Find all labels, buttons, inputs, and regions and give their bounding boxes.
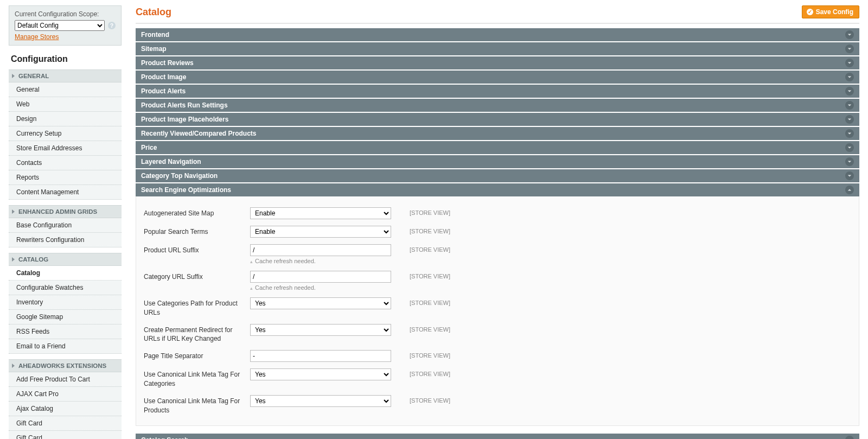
permanent-redirect-select[interactable]: Yes [250,324,391,336]
accordion-section-head[interactable]: Product Alerts Run Settings [136,99,859,112]
nav-item[interactable]: Catalog [9,266,122,281]
field-label: Category URL Suffix [142,271,250,282]
canonical-categories-select[interactable]: Yes [250,368,391,380]
field-label: Popular Search Terms [142,226,250,237]
nav-item[interactable]: Base Configuration [9,218,122,233]
scope-text: [STORE VIEW] [394,368,492,377]
field-label: Page Title Separator [142,350,250,361]
field-label: Autogenerated Site Map [142,207,250,218]
scope-select[interactable]: Default Config [15,20,105,31]
nav-item[interactable]: Reports [9,170,122,185]
accordion-section-head[interactable]: Layered Navigation [136,155,859,168]
nav-item[interactable]: AJAX Cart Pro [9,387,122,402]
nav-item[interactable]: Gift Card [9,431,122,439]
accordion-section-label: Product Alerts [141,87,186,95]
nav-item[interactable]: Contacts [9,156,122,170]
popular-search-select[interactable]: Enable [250,226,391,238]
scope-text: [STORE VIEW] [394,350,492,359]
accordion-section-head[interactable]: Sitemap [136,42,859,55]
accordion-section-label: Product Image [141,73,186,81]
nav-item[interactable]: Google Sitemap [9,310,122,325]
nav-item[interactable]: Currency Setup [9,126,122,141]
field-label: Create Permanent Redirect for URLs if UR… [142,324,250,344]
manage-stores-link[interactable]: Manage Stores [15,33,59,41]
scope-text: [STORE VIEW] [394,271,492,279]
chevron-down-icon [845,30,854,39]
accordion-section-label: Product Reviews [141,59,194,67]
accordion-section-head[interactable]: Catalog Search [136,434,859,439]
accordion-section-head[interactable]: Frontend [136,28,859,41]
nav-item[interactable]: Web [9,97,122,112]
autogen-sitemap-select[interactable]: Enable [250,207,391,219]
field-canonical-categories: Use Canonical Link Meta Tag For Categori… [142,365,853,392]
title-separator-input[interactable] [250,350,391,362]
seo-section-body: Autogenerated Site Map Enable [STORE VIE… [136,196,859,426]
nav-group-head[interactable]: CATALOG [9,253,122,266]
field-label: Product URL Suffix [142,244,250,255]
configuration-title: Configuration [9,49,122,69]
accordion-section-label: Product Alerts Run Settings [141,101,228,109]
accordion-section-label: Product Image Placeholders [141,116,228,123]
accordion-section-head[interactable]: Product Reviews [136,56,859,69]
chevron-down-icon [845,115,854,124]
nav-item[interactable]: Email to a Friend [9,339,122,354]
field-use-categories-path: Use Categories Path for Product URLs Yes… [142,294,853,321]
page-title: Catalog [136,7,171,18]
nav-item[interactable]: Add Free Product To Cart [9,372,122,387]
chevron-down-icon [845,143,854,152]
accordion-section-label: Category Top Navigation [141,172,218,180]
sidebar: Current Configuration Scope: Default Con… [9,5,122,439]
nav-item[interactable]: Design [9,112,122,126]
nav-item[interactable]: Ajax Catalog [9,402,122,416]
nav-group-head[interactable]: ENHANCED ADMIN GRIDS [9,205,122,218]
accordion-section-label: Search Engine Optimizations [141,186,231,194]
nav-item[interactable]: Store Email Addresses [9,141,122,156]
nav-item[interactable]: General [9,82,122,97]
chevron-down-icon [845,171,854,180]
category-url-suffix-input[interactable] [250,271,391,283]
canonical-products-select[interactable]: Yes [250,395,391,407]
field-label: Use Canonical Link Meta Tag For Products [142,395,250,415]
accordion-section-label: Layered Navigation [141,158,201,166]
accordion-section-head[interactable]: Category Top Navigation [136,169,859,182]
nav-item[interactable]: Gift Card [9,416,122,431]
use-categories-path-select[interactable]: Yes [250,297,391,309]
field-popular-search: Popular Search Terms Enable [STORE VIEW] [142,222,853,241]
chevron-up-icon [845,186,854,194]
nav-item[interactable]: RSS Feeds [9,325,122,339]
field-product-url-suffix: Product URL Suffix Cache refresh needed.… [142,241,853,268]
nav-group-head[interactable]: AHEADWORKS EXTENSIONS [9,359,122,372]
main-content: Catalog ✓ Save Config FrontendSitemapPro… [136,5,859,439]
help-icon[interactable]: ? [108,22,116,29]
accordion-section-head[interactable]: Recently Viewed/Compared Products [136,127,859,140]
accordion-section-label: Sitemap [141,45,167,53]
nav-group-head[interactable]: GENERAL [9,69,122,82]
chevron-down-icon [845,436,854,439]
cache-note: Cache refresh needed. [250,284,394,291]
nav-item[interactable]: Configurable Swatches [9,281,122,295]
chevron-down-icon [845,157,854,166]
save-config-label: Save Config [816,8,853,16]
scope-box: Current Configuration Scope: Default Con… [9,5,122,46]
scope-text: [STORE VIEW] [394,297,492,306]
chevron-down-icon [845,101,854,110]
nav-item[interactable]: Content Management [9,185,122,200]
accordion-section-head[interactable]: Product Alerts [136,85,859,98]
field-category-url-suffix: Category URL Suffix Cache refresh needed… [142,268,853,294]
field-canonical-products: Use Canonical Link Meta Tag For Products… [142,392,853,418]
nav-item[interactable]: Rewriters Configuration [9,233,122,247]
accordion-section-head[interactable]: Search Engine Optimizations [136,183,859,196]
divider [136,23,859,24]
product-url-suffix-input[interactable] [250,244,391,256]
chevron-down-icon [845,73,854,81]
accordion-section-head[interactable]: Product Image [136,71,859,84]
save-config-button[interactable]: ✓ Save Config [802,5,859,18]
check-icon: ✓ [807,9,813,15]
nav-item[interactable]: Inventory [9,295,122,310]
scope-text: [STORE VIEW] [394,395,492,404]
accordion-section-head[interactable]: Price [136,141,859,154]
accordion-section-head[interactable]: Product Image Placeholders [136,113,859,126]
accordion-section-label: Price [141,144,157,151]
scope-label: Current Configuration Scope: [15,10,116,18]
field-title-separator: Page Title Separator [STORE VIEW] [142,347,853,365]
